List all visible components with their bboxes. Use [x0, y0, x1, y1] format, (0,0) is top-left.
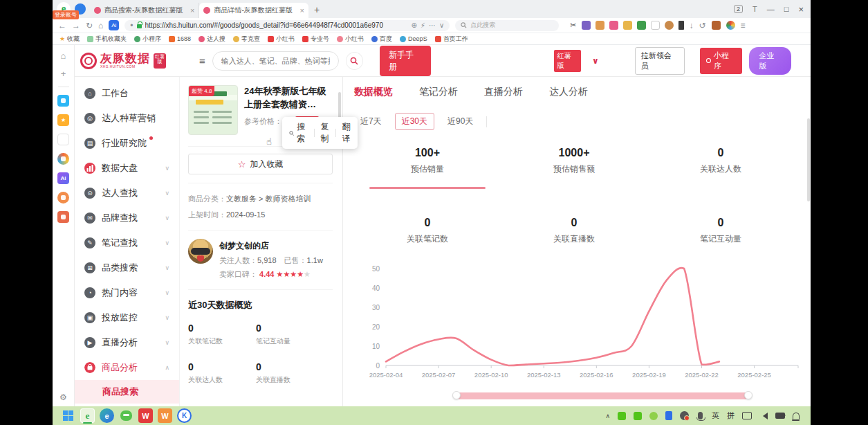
bluetooth-icon[interactable] [665, 411, 672, 420]
sidebar-item-influencer-search[interactable]: ⊙达人查找∨ [75, 181, 179, 206]
home-icon[interactable]: ⌂ [61, 51, 66, 61]
input-lang-pinyin[interactable]: 拼 [727, 410, 735, 421]
search-button[interactable] [346, 52, 364, 70]
account-badge[interactable]: 登录账号 [53, 10, 79, 19]
taskbar-browser-e[interactable]: e [80, 408, 95, 423]
newbie-manual-button[interactable]: 新手手册 [380, 46, 430, 76]
range-30d-button[interactable]: 近30天 [395, 113, 434, 130]
scissors-extension-icon[interactable]: ✂ [570, 21, 576, 30]
sidebar-item-product-search[interactable]: 商品搜索 [75, 380, 179, 404]
zoom-icon[interactable]: ⊕ [412, 21, 417, 29]
search-input[interactable] [221, 57, 330, 65]
sidebar-item-product-analysis[interactable]: 商品分析∧ [75, 355, 179, 380]
kpi-est-revenue[interactable]: 1000+预估销售额 [501, 147, 647, 189]
sidebar-item-industry-research[interactable]: ▤行业研究院 [75, 131, 179, 156]
download-icon[interactable]: ↓ [690, 21, 694, 30]
extension-icon[interactable] [665, 21, 674, 30]
add-icon[interactable]: + [61, 69, 66, 79]
display-icon[interactable] [742, 412, 752, 419]
new-tab-button[interactable]: + [314, 4, 320, 15]
wecom-tray-icon[interactable] [634, 412, 642, 420]
wechat-tray-icon[interactable] [618, 412, 626, 420]
kpi-est-sales[interactable]: 100+预估销量 [354, 147, 501, 189]
flash-icon[interactable]: ⚡ [421, 21, 425, 29]
tab-live-analysis[interactable]: 直播分析 [484, 86, 523, 98]
range-7d-button[interactable]: 近7天 [354, 114, 388, 129]
close-button[interactable]: × [798, 4, 804, 15]
kpi-note-engagement[interactable]: 0笔记互动量 [647, 217, 794, 245]
menu-icon[interactable]: ≡ [741, 21, 746, 30]
extension-icon[interactable] [651, 21, 660, 30]
popup-copy-button[interactable]: 复制 [321, 121, 329, 145]
camera-icon[interactable] [775, 413, 785, 419]
bookmark-item[interactable]: 达人搜 [198, 35, 225, 44]
home-icon[interactable]: ⌂ [98, 21, 103, 30]
pin-extension-icon[interactable] [678, 21, 684, 30]
minimize-button[interactable]: — [767, 5, 775, 13]
extension-icon[interactable] [582, 21, 591, 30]
tab-note-analysis[interactable]: 笔记分析 [419, 86, 458, 98]
sidebar-item-live-analysis[interactable]: ▶直播分析∨ [75, 330, 179, 355]
taskbar-wechat[interactable] [119, 408, 133, 423]
chevron-down-icon[interactable]: ∨ [439, 21, 444, 29]
bookmark-item[interactable]: 小程序 [134, 35, 161, 44]
popup-search-button[interactable]: 搜索 [289, 121, 308, 145]
tab-influencer-analysis[interactable]: 达人分析 [549, 86, 588, 98]
extension-icon[interactable] [595, 21, 604, 30]
undo-icon[interactable]: ↺ [699, 21, 706, 30]
chat-app-icon[interactable] [57, 95, 69, 107]
close-tab-icon[interactable]: × [299, 6, 304, 15]
notification-bell-icon[interactable] [793, 413, 800, 419]
product-thumbnail[interactable]: 超赞 4.8 [188, 85, 238, 135]
popup-translate-button[interactable]: 翻译 [342, 121, 351, 145]
bookmark-item[interactable]: 小红书 [337, 35, 364, 44]
kpi-linked-notes[interactable]: 0关联笔记数 [354, 217, 501, 245]
page-scrollbar[interactable] [807, 118, 810, 201]
microphone-icon[interactable] [698, 412, 703, 419]
shop-avatar[interactable] [188, 239, 213, 264]
sidebar-item-note-search[interactable]: ✎笔记查找∨ [75, 230, 179, 255]
back-icon[interactable]: ← [58, 21, 66, 30]
browser-tab-product-detail[interactable]: 商品详情-灰豚数据红薯版 × [199, 3, 308, 18]
add-to-favorites-button[interactable]: ☆ 加入收藏 [188, 154, 333, 174]
collapse-sidebar-icon[interactable]: ≡ [199, 55, 205, 66]
input-lang-en[interactable]: 英 [712, 410, 719, 421]
enterprise-button[interactable]: 企业版 [749, 47, 791, 75]
taskbar-wpp[interactable]: W [158, 408, 172, 423]
sidebar-item-category-search[interactable]: ⊞品类搜索∨ [75, 255, 179, 280]
shop-name[interactable]: 创梦文创的店 [219, 239, 323, 254]
browser-search-box[interactable]: 点此搜索 [455, 20, 559, 31]
bookmark-item[interactable]: 零克查 [233, 35, 260, 44]
refresh-icon[interactable]: ↻ [86, 21, 93, 30]
bookmark-item[interactable]: 1688 [169, 35, 191, 42]
bookmark-item[interactable]: 首页工作 [435, 35, 468, 44]
extension-icon[interactable] [623, 21, 632, 30]
more-icon[interactable]: ⋯ [429, 21, 436, 29]
chevron-down-icon[interactable]: ∨ [592, 56, 599, 66]
volume-muted-icon[interactable] [759, 413, 768, 419]
ai-assistant-icon[interactable]: Ai [109, 20, 119, 30]
sidebar-item-brand-search[interactable]: ✉品牌查找∨ [75, 206, 179, 230]
slider-handle-right[interactable] [744, 391, 752, 399]
ai-app-icon[interactable]: Ai [57, 172, 69, 184]
slider-track[interactable] [456, 392, 748, 399]
bookmark-item[interactable]: DeepS [400, 35, 427, 42]
tab-count-badge[interactable]: 2 [734, 5, 743, 13]
sidebar-item-ad-monitor[interactable]: ▣投放监控∨ [75, 305, 179, 330]
sidebar-item-influencer-marketing[interactable]: ◎达人种草营销 [75, 106, 179, 131]
recorder-tray-icon[interactable] [680, 411, 689, 420]
extension-icon[interactable] [609, 21, 618, 30]
bookmark-item[interactable]: 专业号 [302, 35, 329, 44]
theme-icon[interactable]: T [752, 5, 757, 13]
maximize-button[interactable]: □ [784, 5, 789, 13]
bookmark-item[interactable]: 手机收藏夹 [87, 35, 127, 44]
forward-icon[interactable]: → [72, 21, 80, 30]
taskbar-edge[interactable]: e [100, 408, 114, 423]
taskbar-k-app[interactable]: K [177, 408, 192, 423]
miniapp-button[interactable]: 小程序 [700, 48, 742, 74]
range-90d-button[interactable]: 近90天 [441, 114, 479, 129]
close-tab-icon[interactable]: × [190, 6, 194, 15]
url-field[interactable]: • https://xhs.huitun.com/#/goods/goods_d… [124, 20, 450, 31]
game-center-icon[interactable] [57, 211, 69, 223]
gear-icon[interactable]: ⚙ [59, 392, 67, 402]
